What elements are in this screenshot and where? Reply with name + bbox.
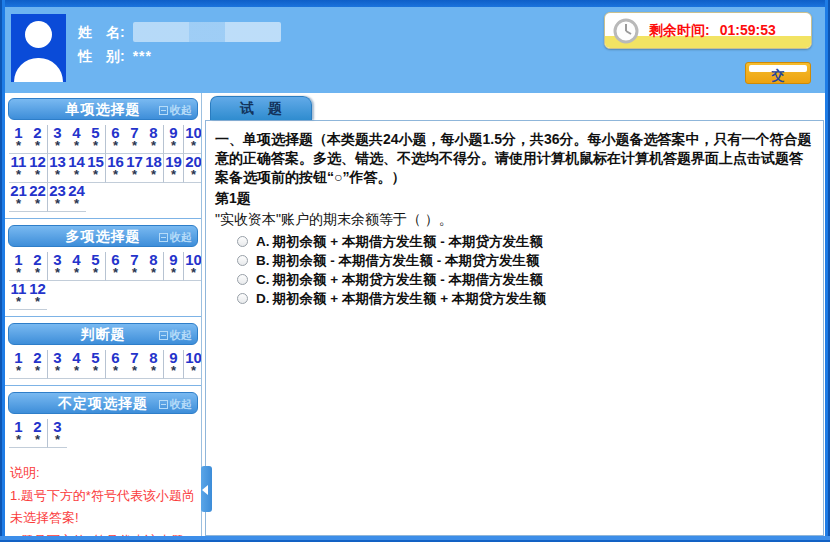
unanswered-mark: *: [16, 366, 21, 377]
question-group: 16*17*18*: [106, 154, 164, 183]
question-number-cell[interactable]: 6*: [106, 252, 125, 279]
question-number-cell[interactable]: 12*: [28, 281, 47, 308]
option-row[interactable]: B.期初余额 - 本期借方发生额 - 本期贷方发生额: [237, 251, 813, 270]
question-number-cell[interactable]: 11*: [9, 154, 28, 181]
question-number-cell[interactable]: 2*: [28, 419, 47, 446]
unanswered-mark: *: [93, 366, 98, 377]
window-border-top: [0, 0, 830, 7]
question-number-cell[interactable]: 24*: [67, 183, 86, 210]
sidebar-collapse-handle[interactable]: [201, 466, 212, 512]
collapse-button[interactable]: 收起: [159, 397, 192, 412]
question-number-cell[interactable]: 8*: [144, 350, 163, 377]
question-group: 23*24*: [48, 183, 86, 212]
unanswered-mark: *: [74, 199, 79, 210]
question-number-cell[interactable]: 2*: [28, 350, 47, 377]
option-row[interactable]: C.期初余额 + 本期贷方发生额 - 本期借方发生额: [237, 270, 813, 289]
question-number-cell[interactable]: 9*: [164, 350, 183, 377]
question-number-cell[interactable]: 20*: [184, 154, 202, 181]
question-group: 10*: [184, 125, 202, 154]
question-number-cell[interactable]: 3*: [48, 252, 67, 279]
question-number-cell[interactable]: 17*: [125, 154, 144, 181]
unanswered-mark: *: [16, 170, 21, 181]
option-row[interactable]: D.期初余额 + 本期借方发生额 + 本期贷方发生额: [237, 289, 813, 308]
question-group: 1*2*: [9, 350, 48, 379]
question-number-cell[interactable]: 10*: [184, 125, 202, 152]
question-number-cell[interactable]: 9*: [164, 252, 183, 279]
remaining-time-box: 剩余时间:01:59:53: [604, 12, 812, 49]
unanswered-mark: *: [151, 141, 156, 152]
question-number-cell[interactable]: 4*: [67, 350, 86, 377]
question-number-cell[interactable]: 10*: [184, 350, 202, 377]
question-group: 3*4*5*: [48, 252, 106, 281]
collapse-button[interactable]: 收起: [159, 103, 192, 118]
question-number-cell[interactable]: 1*: [9, 350, 28, 377]
unanswered-mark: *: [191, 366, 196, 377]
question-number-cell[interactable]: 3*: [48, 125, 67, 152]
question-number-cell[interactable]: 7*: [125, 252, 144, 279]
question-group: 19*: [164, 154, 184, 183]
collapse-button[interactable]: 收起: [159, 328, 192, 343]
question-number-cell[interactable]: 7*: [125, 125, 144, 152]
question-number-cell[interactable]: 1*: [9, 125, 28, 152]
question-number-cell[interactable]: 7*: [125, 350, 144, 377]
radio-button-icon[interactable]: [237, 293, 248, 304]
question-number-cell[interactable]: 8*: [144, 125, 163, 152]
question-number-cell[interactable]: 18*: [144, 154, 163, 181]
question-number-cell[interactable]: 3*: [48, 419, 67, 446]
question-number-cell[interactable]: 16*: [106, 154, 125, 181]
question-group: 11*12*: [9, 154, 48, 183]
question-number-cell[interactable]: 4*: [67, 252, 86, 279]
radio-button-icon[interactable]: [237, 274, 248, 285]
question-group: 10*: [184, 252, 202, 281]
collapse-button[interactable]: 收起: [159, 230, 192, 245]
unanswered-mark: *: [171, 170, 176, 181]
question-number-cell[interactable]: 6*: [106, 125, 125, 152]
question-number-cell[interactable]: 19*: [164, 154, 183, 181]
candidate-photo: [11, 14, 66, 82]
question-number-grid: 1*2*3*: [5, 416, 201, 448]
question-number-grid: 1*2*3*4*5*6*7*8*9*10*11*12*13*14*15*16*1…: [5, 122, 201, 212]
person-silhouette-icon: [14, 58, 63, 82]
question-number-cell[interactable]: 1*: [9, 419, 28, 446]
question-number-cell[interactable]: 13*: [48, 154, 67, 181]
question-number-cell[interactable]: 12*: [28, 154, 47, 181]
remaining-time-value: 01:59:53: [720, 22, 776, 38]
question-number-cell[interactable]: 5*: [86, 350, 105, 377]
question-number-cell[interactable]: 23*: [48, 183, 67, 210]
gender-value: ***: [133, 48, 152, 64]
question-number-cell[interactable]: 8*: [144, 252, 163, 279]
question-group: 6*7*8*: [106, 125, 164, 154]
question-group: 1*2*: [9, 252, 48, 281]
panel-header: 不定项选择题收起: [8, 392, 198, 414]
name-value-redacted: [133, 22, 281, 42]
question-number-cell[interactable]: 14*: [67, 154, 86, 181]
submit-paper-button[interactable]: 交 卷: [745, 62, 811, 84]
question-number-cell[interactable]: 3*: [48, 350, 67, 377]
question-number-cell[interactable]: 10*: [184, 252, 202, 279]
question-number-cell[interactable]: 2*: [28, 125, 47, 152]
tab-question[interactable]: 试 题: [210, 96, 312, 120]
collapse-label: 收起: [170, 230, 192, 245]
collapse-minus-icon: [159, 400, 168, 409]
question-number-cell[interactable]: 9*: [164, 125, 183, 152]
unanswered-mark: *: [191, 141, 196, 152]
question-number-cell[interactable]: 5*: [86, 125, 105, 152]
question-number-cell[interactable]: 22*: [28, 183, 47, 210]
option-row[interactable]: A.期初余额 + 本期借方发生额 - 本期贷方发生额: [237, 232, 813, 251]
unanswered-mark: *: [191, 170, 196, 181]
question-number-cell[interactable]: 5*: [86, 252, 105, 279]
question-number-cell[interactable]: 11*: [9, 281, 28, 308]
question-number-cell[interactable]: 1*: [9, 252, 28, 279]
radio-button-icon[interactable]: [237, 236, 248, 247]
question-number-cell[interactable]: 2*: [28, 252, 47, 279]
radio-button-icon[interactable]: [237, 255, 248, 266]
unanswered-mark: *: [151, 170, 156, 181]
option-letter: A.: [256, 234, 270, 249]
unanswered-mark: *: [16, 268, 21, 279]
name-label: 姓 名:: [78, 24, 125, 42]
question-number-cell[interactable]: 21*: [9, 183, 28, 210]
question-number-cell[interactable]: 4*: [67, 125, 86, 152]
panel-separator: [5, 385, 201, 386]
question-number-cell[interactable]: 15*: [86, 154, 105, 181]
question-number-cell[interactable]: 6*: [106, 350, 125, 377]
